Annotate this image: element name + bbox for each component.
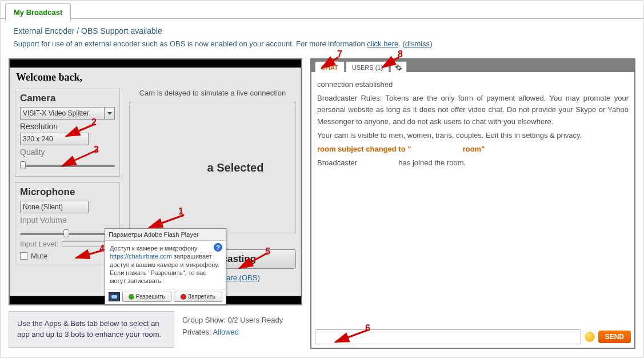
- flash-settings-icon[interactable]: [109, 292, 120, 301]
- gear-icon: [395, 64, 402, 71]
- obs-notice: External Encoder / OBS Support available…: [1, 19, 643, 58]
- emoji-icon[interactable]: [585, 332, 595, 342]
- chat-tabs-bar: CHAT USERS (1): [311, 59, 634, 72]
- privates-allowed-link[interactable]: Allowed: [213, 328, 239, 336]
- allow-button[interactable]: Разрешить: [122, 292, 171, 302]
- deny-button[interactable]: Запретить: [174, 292, 223, 302]
- camera-group: Camera VISIT-X Video Splitter Resolution…: [15, 89, 120, 177]
- mic-select[interactable]: None (Silent): [20, 201, 89, 213]
- mute-checkbox[interactable]: [20, 252, 27, 260]
- mute-label: Mute: [31, 252, 47, 260]
- apps-bots-note: Use the Apps & Bots tab below to select …: [9, 311, 174, 348]
- click-here-link[interactable]: click here: [367, 39, 398, 48]
- delay-text: Cam is delayed to simulate a live connec…: [129, 89, 296, 97]
- chat-line-visible: Your cam is visible to men, women, trans…: [317, 130, 629, 141]
- chevron-down-icon: [104, 108, 114, 119]
- chat-log: connection established Broadcaster Rules…: [311, 72, 634, 178]
- preview-box: a Selected: [129, 102, 296, 233]
- chat-subject-suffix: room": [463, 145, 485, 153]
- group-show-text: Group Show: 0/2 Users Ready: [182, 315, 302, 327]
- chat-subject-prefix: room subject changed to ": [317, 145, 411, 153]
- settings-tab[interactable]: [390, 61, 407, 72]
- volume-label: Input Volume: [20, 216, 115, 225]
- video-panel: Welcome back, Camera VISIT-X Video Split…: [9, 58, 302, 305]
- resolution-select[interactable]: 320 x 240: [20, 133, 89, 145]
- chat-joined-prefix: Broadcaster: [317, 158, 357, 167]
- flash-permission-dialog: Параметры Adobe Flash Player ? Доступ к …: [105, 228, 226, 304]
- chat-joined-suffix: has joined the room.: [398, 158, 466, 167]
- chat-input[interactable]: [315, 329, 581, 344]
- chat-line-rules: Broadcaster Rules: Tokens are the only f…: [317, 93, 629, 127]
- privates-label: Privates:: [182, 328, 213, 336]
- chat-line-connected: connection established: [317, 79, 629, 90]
- send-button[interactable]: SEND: [598, 331, 631, 343]
- chat-tab[interactable]: CHAT: [315, 61, 345, 72]
- resolution-label: Resolution: [20, 122, 115, 131]
- flash-title: Параметры Adobe Flash Player: [105, 229, 226, 241]
- dismiss-link[interactable]: dismiss: [405, 39, 430, 48]
- notice-body: Support for use of an external encoder s…: [13, 39, 367, 48]
- volume-slider[interactable]: [20, 233, 115, 235]
- status-column: Group Show: 0/2 Users Ready Privates: Al…: [182, 311, 302, 348]
- level-label: Input Level:: [20, 240, 58, 248]
- welcome-text: Welcome back,: [16, 71, 82, 83]
- quality-label: Quality: [20, 148, 115, 157]
- users-tab[interactable]: USERS (1): [346, 61, 389, 72]
- camera-heading: Camera: [20, 93, 115, 104]
- my-broadcast-tab[interactable]: My Broadcast: [5, 3, 71, 21]
- flash-line1: Доступ к камере и микрофону: [110, 244, 221, 252]
- notice-title: External Encoder / OBS Support available: [13, 25, 631, 37]
- flash-url[interactable]: https://chaturbate.com: [110, 253, 172, 260]
- quality-slider[interactable]: [20, 165, 115, 167]
- mic-heading: Microphone: [20, 186, 115, 198]
- camera-select[interactable]: VISIT-X Video Splitter: [20, 107, 115, 120]
